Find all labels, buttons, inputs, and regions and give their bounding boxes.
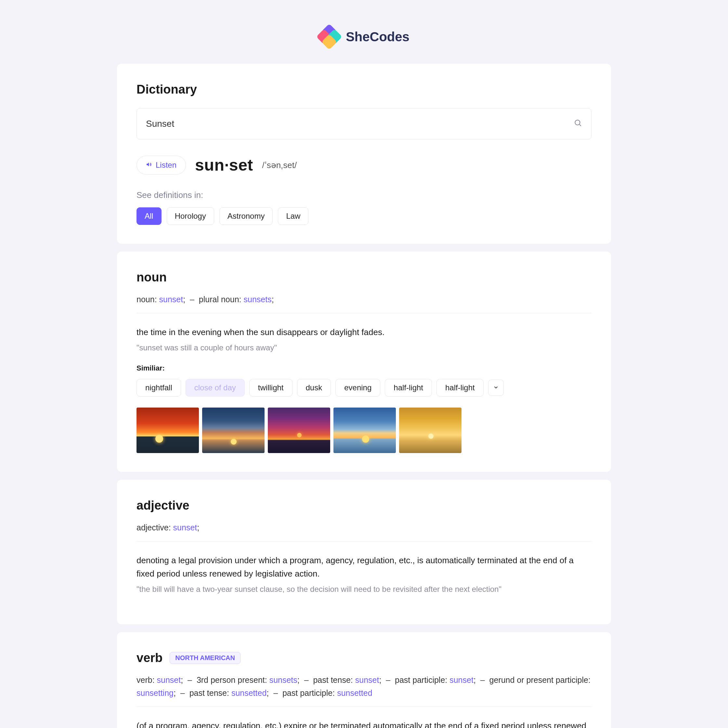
forms-adjective: adjective: sunset; (136, 521, 592, 541)
result-image[interactable] (399, 408, 462, 453)
example-noun: "sunset was still a couple of hours away… (136, 343, 592, 352)
result-image[interactable] (136, 408, 199, 453)
search-input[interactable] (146, 119, 574, 129)
search-box[interactable] (136, 108, 592, 139)
pos-heading-verb: verb NORTH AMERICAN (136, 651, 592, 665)
similar-label: Similiar: (136, 364, 592, 372)
search-icon[interactable] (574, 119, 582, 129)
pos-heading-noun: noun (136, 271, 592, 284)
volume-icon (146, 162, 152, 169)
similar-chip[interactable]: twillight (249, 379, 292, 396)
category-pill[interactable]: Astronomy (219, 207, 273, 225)
definition-verb: (of a program, agency, regulation, etc.)… (136, 719, 592, 728)
section-verb: verb NORTH AMERICAN verb: sunset; – 3rd … (117, 632, 611, 728)
section-noun: noun noun: sunset; – plural noun: sunset… (117, 252, 611, 472)
result-image[interactable] (333, 408, 396, 453)
example-adjective: "the bill will have a two-year sunset cl… (136, 585, 592, 594)
svg-line-1 (580, 124, 581, 126)
category-pill[interactable]: Horology (167, 207, 214, 225)
similar-chip[interactable]: close of day (185, 379, 245, 396)
similar-chip[interactable]: dusk (297, 379, 331, 396)
similar-chip[interactable]: half-light (436, 379, 483, 396)
forms-verb: verb: sunset; – 3rd person present: suns… (136, 673, 592, 707)
pos-heading-adjective: adjective (136, 499, 592, 512)
result-image[interactable] (202, 408, 265, 453)
category-pill[interactable]: Law (278, 207, 309, 225)
listen-button[interactable]: Listen (136, 156, 186, 174)
section-adjective: adjective adjective: sunset; denoting a … (117, 480, 611, 624)
phonetic: /ˈsənˌset/ (262, 160, 297, 170)
category-pill[interactable]: All (136, 207, 162, 225)
brand-name: SheCodes (346, 29, 410, 44)
similar-chip[interactable]: half-light (385, 379, 432, 396)
headword: sun·set (195, 156, 253, 174)
similar-chip[interactable]: evening (335, 379, 380, 396)
listen-label: Listen (156, 161, 176, 170)
result-image[interactable] (268, 408, 330, 453)
see-definitions-label: See definitions in: (136, 190, 592, 200)
chevron-down-icon (493, 384, 499, 390)
page-title: Dictionary (136, 83, 592, 96)
svg-point-0 (575, 120, 580, 125)
logo-icon (318, 26, 340, 47)
brand-logo: SheCodes (117, 26, 611, 47)
definition-noun: the time in the evening when the sun dis… (136, 326, 592, 339)
definition-adjective: denoting a legal provision under which a… (136, 554, 592, 581)
region-tag: NORTH AMERICAN (170, 652, 240, 664)
forms-noun: noun: sunset; – plural noun: sunsets; (136, 293, 592, 313)
dictionary-header-card: Dictionary Listen sun·set /ˈsənˌset/ See… (117, 64, 611, 244)
expand-similar-button[interactable] (488, 379, 504, 396)
similar-chip[interactable]: nightfall (136, 379, 181, 396)
